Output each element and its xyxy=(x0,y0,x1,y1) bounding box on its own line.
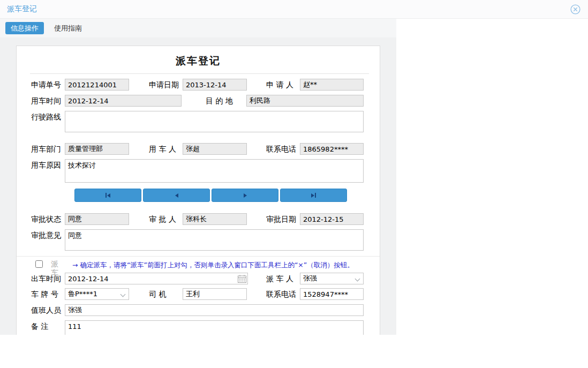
approve-status-input xyxy=(65,213,129,225)
nav-first-button[interactable] xyxy=(74,189,141,202)
right-blank-panel xyxy=(396,19,588,335)
calendar-icon[interactable] xyxy=(237,274,247,283)
form-row: 出车时间 xyxy=(17,273,380,284)
nav-prev-button[interactable] xyxy=(143,189,210,202)
driver-phone-label: 联系电话 xyxy=(266,288,296,300)
nav-next-button[interactable] xyxy=(212,189,278,202)
applicant-label: 申 请 人 xyxy=(266,79,293,91)
circle-x-icon xyxy=(570,4,581,15)
nav-last-button[interactable] xyxy=(280,189,347,202)
next-record-icon xyxy=(244,193,247,198)
apply-date-input xyxy=(183,79,247,91)
dispatch-checkbox-label: 派车 xyxy=(51,259,59,277)
left-column: 信息操作 使用指南 派车登记 申请单号 申请日期 申 请 人 用车 xyxy=(0,19,396,335)
reason-label: 用车原因 xyxy=(31,159,61,171)
route-label: 行驶路线 xyxy=(31,111,61,123)
approver-input xyxy=(183,213,247,225)
approve-opinion-label: 审批意见 xyxy=(31,229,61,241)
duty-person-label: 值班人员 xyxy=(31,304,61,316)
driver-input[interactable] xyxy=(183,288,247,300)
apply-no-label: 申请单号 xyxy=(31,79,61,91)
dialog-titlebar: 派车登记 xyxy=(0,0,588,19)
remark-label: 备 注 xyxy=(31,320,48,332)
form-row: 申请单号 申请日期 申 请 人 xyxy=(17,79,380,91)
dispatch-form-panel: 派车登记 申请单号 申请日期 申 请 人 用车时间 目 的 地 xyxy=(16,46,380,335)
dispatcher-select[interactable]: 张强 xyxy=(300,273,364,284)
plate-no-select[interactable]: 鲁P****1 xyxy=(65,288,129,300)
duty-person-input[interactable] xyxy=(65,304,364,316)
section-divider xyxy=(17,256,380,257)
prev-record-icon xyxy=(175,193,178,198)
approve-date-label: 审批日期 xyxy=(266,213,296,225)
form-row: 备 注 111 xyxy=(17,320,380,335)
plate-no-label: 车 牌 号 xyxy=(31,288,58,300)
approve-status-label: 审批状态 xyxy=(31,213,61,225)
record-navbar xyxy=(74,189,347,202)
dialog-content: 信息操作 使用指南 派车登记 申请单号 申请日期 申 请 人 用车 xyxy=(0,19,588,335)
form-row: 用车原因 技术探讨 xyxy=(17,159,380,183)
approve-date-input xyxy=(300,213,364,225)
approve-opinion-textarea[interactable]: 同意 xyxy=(65,229,364,251)
approver-label: 审 批 人 xyxy=(149,213,176,225)
use-time-input xyxy=(65,95,182,107)
user-phone-input xyxy=(300,143,364,155)
applicant-input xyxy=(300,79,364,91)
dispatcher-label: 派 车 人 xyxy=(266,273,293,284)
form-row: 用车时间 目 的 地 xyxy=(17,95,380,107)
destination-label: 目 的 地 xyxy=(206,95,233,107)
form-row: 车 牌 号 鲁P****1 司 机 联系电话 xyxy=(17,288,380,300)
close-button[interactable] xyxy=(569,3,581,15)
department-label: 用车部门 xyxy=(31,143,61,155)
first-record-icon xyxy=(105,193,107,198)
last-record-icon xyxy=(311,193,314,198)
form-row: 用车部门 用 车 人 联系电话 xyxy=(17,143,380,155)
title-divider xyxy=(30,73,369,74)
route-textarea[interactable] xyxy=(65,111,364,132)
form-row: 行驶路线 xyxy=(17,111,380,132)
department-input xyxy=(65,143,129,155)
depart-time-input[interactable] xyxy=(65,273,248,284)
tab-info-operation[interactable]: 信息操作 xyxy=(5,22,44,34)
apply-no-input xyxy=(65,79,129,91)
destination-input xyxy=(246,95,364,107)
dispatch-note: → 确定派车，请将“派车”前面打上对勾，否则单击录入窗口下面工具栏上的“×”（取… xyxy=(72,261,354,270)
dialog-title: 派车登记 xyxy=(7,4,37,14)
chevron-down-icon xyxy=(120,292,126,297)
use-time-label: 用车时间 xyxy=(31,95,61,107)
dialog-body: 派车登记 申请单号 申请日期 申 请 人 用车时间 目 的 地 xyxy=(0,37,396,335)
driver-label: 司 机 xyxy=(149,288,166,300)
chevron-down-icon xyxy=(355,276,360,282)
tab-user-guide[interactable]: 使用指南 xyxy=(49,22,87,34)
user-phone-label: 联系电话 xyxy=(266,143,296,155)
car-user-label: 用 车 人 xyxy=(149,143,176,155)
form-row: 审批意见 同意 xyxy=(17,229,380,251)
driver-phone-input[interactable] xyxy=(300,288,364,300)
form-row: 值班人员 xyxy=(17,304,380,316)
form-title: 派车登记 xyxy=(17,54,380,68)
car-user-input xyxy=(183,143,247,155)
reason-textarea[interactable]: 技术探讨 xyxy=(65,159,364,183)
apply-date-label: 申请日期 xyxy=(149,79,179,91)
page-background xyxy=(0,335,588,368)
form-row: 审批状态 审 批 人 审批日期 xyxy=(17,213,380,225)
remark-textarea[interactable]: 111 xyxy=(65,320,364,335)
tab-bar: 信息操作 使用指南 xyxy=(0,19,396,37)
dispatch-checkbox[interactable] xyxy=(35,260,43,268)
